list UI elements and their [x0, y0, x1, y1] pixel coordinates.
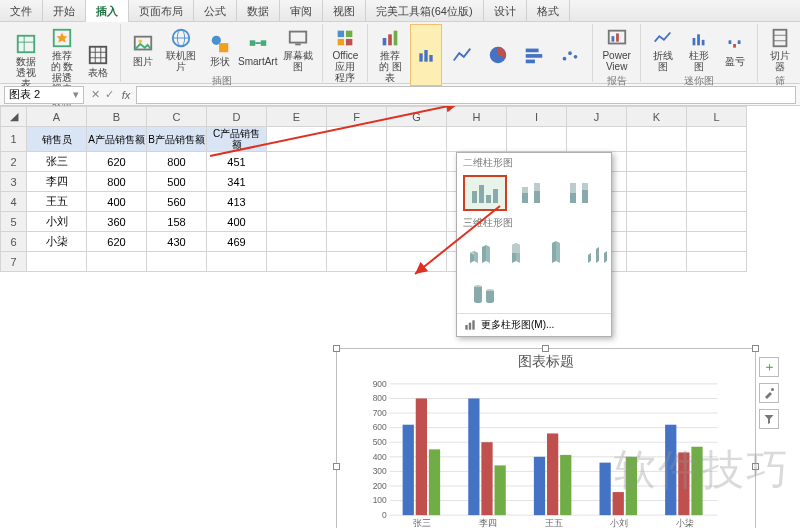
row-header[interactable]: 1 — [1, 127, 27, 152]
formula-input[interactable] — [136, 86, 796, 104]
3d-column-option[interactable] — [583, 235, 619, 271]
col-header[interactable]: D — [207, 107, 267, 127]
cell[interactable] — [627, 192, 687, 212]
cell[interactable]: 430 — [147, 232, 207, 252]
3d-100-stacked-option[interactable] — [543, 235, 579, 271]
cell[interactable]: 158 — [147, 212, 207, 232]
cell[interactable] — [567, 127, 627, 152]
cell[interactable] — [267, 172, 327, 192]
row-header[interactable]: 2 — [1, 152, 27, 172]
cell[interactable] — [447, 127, 507, 152]
row-header[interactable]: 3 — [1, 172, 27, 192]
col-header[interactable]: J — [567, 107, 627, 127]
cell[interactable] — [627, 152, 687, 172]
table-button[interactable]: 表格 — [82, 24, 114, 97]
tab-formula[interactable]: 公式 — [194, 0, 237, 22]
cell[interactable] — [387, 212, 447, 232]
tab-toolbox[interactable]: 完美工具箱(64位版) — [366, 0, 484, 22]
cell[interactable]: 王五 — [27, 192, 87, 212]
cell[interactable] — [327, 232, 387, 252]
cell[interactable] — [687, 252, 747, 272]
cell[interactable] — [627, 252, 687, 272]
cell[interactable] — [327, 172, 387, 192]
smartart-button[interactable]: SmartArt — [240, 24, 276, 75]
cell[interactable] — [87, 252, 147, 272]
cell[interactable] — [627, 127, 687, 152]
cell[interactable] — [327, 192, 387, 212]
cell[interactable]: 800 — [87, 172, 147, 192]
rec-chart-button[interactable]: 推荐的 图表 — [374, 24, 406, 86]
scatter-chart-dropdown[interactable] — [554, 24, 586, 86]
online-picture-button[interactable]: 联机图片 — [163, 24, 200, 75]
shapes-button[interactable]: 形状 — [204, 24, 236, 75]
col-header[interactable]: L — [687, 107, 747, 127]
tab-layout[interactable]: 页面布局 — [129, 0, 194, 22]
cell[interactable] — [267, 212, 327, 232]
cell[interactable]: 400 — [207, 212, 267, 232]
tab-review[interactable]: 审阅 — [280, 0, 323, 22]
cell[interactable] — [687, 127, 747, 152]
tab-data[interactable]: 数据 — [237, 0, 280, 22]
col-header[interactable]: A — [27, 107, 87, 127]
cell[interactable] — [327, 152, 387, 172]
tab-file[interactable]: 文件 — [0, 0, 43, 22]
tab-format[interactable]: 格式 — [527, 0, 570, 22]
cell[interactable]: 小柒 — [27, 232, 87, 252]
sparkline-winloss-button[interactable]: 盈亏 — [719, 24, 751, 75]
cell[interactable] — [627, 232, 687, 252]
clustered-column-option[interactable] — [463, 175, 507, 211]
col-header[interactable]: C — [147, 107, 207, 127]
accept-icon[interactable]: ✓ — [102, 88, 116, 101]
chart-plot-area[interactable]: 0100200300400500600700800900张三李四王五小刘小柒 — [367, 377, 727, 528]
embedded-chart[interactable]: 图表标题 0100200300400500600700800900张三李四王五小… — [336, 348, 756, 528]
cell[interactable]: 张三 — [27, 152, 87, 172]
cell[interactable] — [267, 192, 327, 212]
picture-button[interactable]: 图片 — [127, 24, 159, 75]
3d-stacked-option[interactable] — [503, 235, 539, 271]
name-box[interactable]: 图表 2▾ — [4, 86, 84, 104]
chart-filter-button[interactable] — [759, 409, 779, 429]
cell[interactable]: A产品销售额 — [87, 127, 147, 152]
select-all[interactable]: ◢ — [1, 107, 27, 127]
power-view-button[interactable]: Power View — [599, 24, 633, 75]
row-header[interactable]: 4 — [1, 192, 27, 212]
cell[interactable]: 341 — [207, 172, 267, 192]
cell[interactable] — [387, 232, 447, 252]
stacked-column-option[interactable] — [511, 175, 555, 211]
row-header[interactable]: 5 — [1, 212, 27, 232]
3d-clustered-option[interactable] — [463, 235, 499, 271]
chart-title[interactable]: 图表标题 — [337, 349, 755, 375]
bar-chart-dropdown[interactable] — [518, 24, 550, 86]
100-stacked-column-option[interactable] — [559, 175, 603, 211]
cell[interactable]: C产品销售额 — [207, 127, 267, 152]
3d-cylinder-option[interactable] — [463, 275, 507, 311]
screenshot-button[interactable]: 屏幕截图 — [280, 24, 317, 75]
cell[interactable] — [147, 252, 207, 272]
tab-view[interactable]: 视图 — [323, 0, 366, 22]
cell[interactable]: 李四 — [27, 172, 87, 192]
worksheet-grid[interactable]: ◢ ABCDEFGHIJKL 1销售员A产品销售额B产品销售额C产品销售额 2张… — [0, 106, 800, 528]
cell[interactable] — [627, 212, 687, 232]
cell[interactable]: 销售员 — [27, 127, 87, 152]
sparkline-line-button[interactable]: 折线图 — [647, 24, 679, 75]
cell[interactable]: 小刘 — [27, 212, 87, 232]
cell[interactable] — [687, 232, 747, 252]
cell[interactable] — [687, 152, 747, 172]
cell[interactable] — [267, 127, 327, 152]
tab-design[interactable]: 设计 — [484, 0, 527, 22]
col-header[interactable]: K — [627, 107, 687, 127]
row-header[interactable]: 7 — [1, 252, 27, 272]
chart-elements-button[interactable]: ＋ — [759, 357, 779, 377]
cell[interactable]: 469 — [207, 232, 267, 252]
cell[interactable] — [687, 192, 747, 212]
cell[interactable] — [387, 252, 447, 272]
column-chart-dropdown[interactable] — [410, 24, 442, 86]
cell[interactable] — [687, 212, 747, 232]
pie-chart-dropdown[interactable] — [482, 24, 514, 86]
cell[interactable]: 451 — [207, 152, 267, 172]
cell[interactable] — [627, 172, 687, 192]
tab-home[interactable]: 开始 — [43, 0, 86, 22]
cell[interactable] — [507, 127, 567, 152]
cell[interactable]: 400 — [87, 192, 147, 212]
chart-styles-button[interactable] — [759, 383, 779, 403]
